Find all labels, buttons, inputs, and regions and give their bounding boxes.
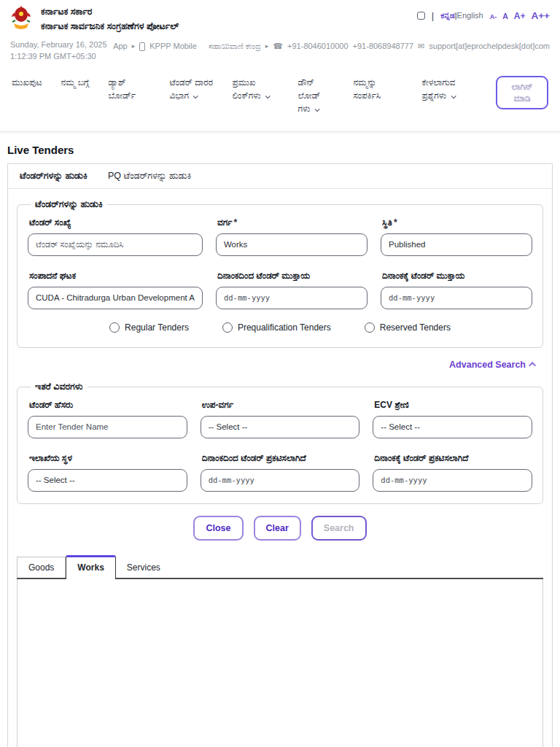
published-from-date-input[interactable] [201,469,360,492]
chevron-down-icon [193,93,198,98]
mobile-phone-icon [139,42,145,51]
tab-search-tenders[interactable]: ಟೆಂಡರ್‌ಗಳನ್ನು ಹುಡುಕಿ [20,171,88,182]
radio-prequalification-tenders[interactable]: Prequalification Tenders [222,322,331,333]
search-button[interactable]: Search [311,516,367,541]
procurement-entity-field-group: ಸಂಪಾದನೆ ಘಟಕ CUDA - Chitradurga Urban Dev… [28,265,203,309]
chevron-down-icon [265,93,271,98]
tender-number-label: ಟೆಂಡರ್ ಸಂಖ್ಯೆ [29,217,203,228]
ecv-range-label: ECV ಶ್ರೇಣಿ [374,400,532,410]
nav-item-downloads[interactable]: ಡೌನ್ ಲೋಡ್ ಗಳು [298,76,334,115]
gov-title: ಕರ್ನಾಟಕ ಸರ್ಕಾರ [41,5,179,19]
page-title: Live Tenders [7,144,553,156]
app-label: App [113,41,128,53]
nav-item-faq[interactable]: ಕೇಳಲಾಗುವ ಪ್ರಶ್ನೆಗಳು [421,76,475,102]
ecv-range-select[interactable]: -- Select -- [373,416,532,438]
closing-to-date-input[interactable] [381,287,532,309]
published-to-field-group: ದಿನಾಂಕಕ್ಕೆ ಟೆಂಡರ್ ಪ್ರಕಟಿಸಲಾಗಿದೆ [373,447,532,492]
login-button[interactable]: ಲಾಗಿನ್ ಮಾಡಿ [496,76,548,109]
status-field-group: ಸ್ಥಿತಿ* Published [381,212,532,256]
phone-icon: ☎ [273,41,283,53]
kppp-mobile-link[interactable]: KPPP Mobile [149,41,197,53]
published-from-date-label: ದಿನಾಂಕದಿಂದ ಟೆಂಡರ್ ಪ್ರಕಟಿಸಲಾಗಿದೆ [202,453,360,463]
search-tenders-fieldset: ಟೆಂಡರ್‌ಗಳನ್ನು ಹುಡುಕಿ ಟೆಂಡರ್ ಸಂಖ್ಯೆ ವರ್ಗ*… [17,199,543,348]
procurement-entity-select[interactable]: CUDA - Chitradurga Urban Development A [28,287,203,309]
header: ಕರ್ನಾಟಕ ಸರ್ಕಾರ ಕರ್ನಾಟಕ ಸಾರ್ವಜನಿಕ ಸಂಗ್ರಹಣ… [0,0,560,36]
subcategory-label: ಉಪ-ವರ್ಗ [202,400,360,410]
tender-name-field-group: ಟೆಂಡರ್ ಹೆಸರು [28,394,187,438]
font-normal-button[interactable]: A [502,12,508,20]
required-marker: * [233,217,237,228]
tab-goods[interactable]: Goods [17,557,66,578]
procurement-entity-label: ಸಂಪಾದನೆ ಘಟಕ [29,271,203,281]
nav-item-dashboard[interactable]: ಡ್ಯಾಶ್ ಬೋರ್ಡ್ [108,76,150,102]
helpline-phone-2: +91-8068948777 [353,41,414,53]
required-marker: * [394,217,397,228]
tender-name-label: ಟೆಂಡರ್ ಹೆಸರು [29,400,187,410]
category-label: ವರ್ಗ* [217,217,368,228]
chevron-down-icon [314,107,319,112]
radio-regular-tenders[interactable]: Regular Tenders [109,322,189,333]
tab-services[interactable]: Services [116,557,171,578]
dept-location-select[interactable]: -- Select -- [28,469,187,492]
closing-from-date-label: ದಿನಾಂಕದಿಂದ ಟೆಂಡರ್ ಮುಕ್ತಾಯ [217,271,368,281]
closing-to-field-group: ದಿನಾಂಕಕ್ಕೆ ಟೆಂಡರ್ ಮುಕ್ತಾಯ [381,265,532,309]
theme-toggle[interactable] [417,12,425,20]
chevron-down-icon [451,93,456,98]
results-content [17,579,543,747]
published-to-date-input[interactable] [373,469,532,492]
radio-regular-tenders-input[interactable] [109,322,120,333]
closing-from-field-group: ದಿನಾಂಕದಿಂದ ಟೆಂಡರ್ ಮುಕ್ತಾಯ [216,265,368,309]
subcategory-field-group: ಉಪ-ವರ್ಗ -- Select -- [201,394,360,438]
main-nav: ಮುಖಪುಟ ನಮ್ಮ ಬಗ್ಗೆ ಡ್ಯಾಶ್ ಬೋರ್ಡ್ ಟೆಂಡರ್ ದ… [0,67,560,132]
lang-kannada-link[interactable]: ಕನ್ನಡ [440,11,455,20]
lang-english-link[interactable]: English [457,11,483,20]
search-tab-bar: ಟೆಂಡರ್‌ಗಳನ್ನು ಹುಡುಕಿ PQ ಟೆಂಡರ್‌ಗಳನ್ನು ಹು… [8,164,552,189]
font-increase-more-button[interactable]: A++ [531,10,550,21]
closing-to-date-label: ದಿನಾಂಕಕ್ಕೆ ಟೆಂಡರ್ ಮುಕ್ತಾಯ [382,271,532,281]
result-tab-bar: Goods Works Services [17,555,543,579]
other-details-legend: ಇತರೆ ವಿವರಗಳು [31,382,88,392]
status-select[interactable]: Published [381,233,532,256]
font-decrease-button[interactable]: A- [490,13,497,20]
info-bar: Sunday, February 16, 2025 1:12:39 PM GMT… [0,36,560,67]
advanced-search-link[interactable]: Advanced Search [8,348,552,371]
nav-item-home[interactable]: ಮುಖಪುಟ [12,76,42,89]
tender-type-radio-group: Regular Tenders Prequalification Tenders… [28,322,532,333]
triangle-icon: ▸ [132,42,136,51]
tender-number-field-group: ಟೆಂಡರ್ ಸಂಖ್ಯೆ [28,212,203,256]
nav-item-about-us[interactable]: ನಮ್ಮ ಬಗ್ಗೆ [61,76,90,89]
radio-prequalification-tenders-input[interactable] [222,322,233,333]
radio-reserved-tenders-input[interactable] [365,322,375,333]
published-to-date-label: ದಿನಾಂಕಕ್ಕೆ ಟೆಂಡರ್ ಪ್ರಕಟಿಸಲಾಗಿದೆ [374,453,532,463]
email-icon: ✉ [418,41,424,53]
current-date: Sunday, February 16, 2025 [10,39,107,51]
nav-item-tenderer-section[interactable]: ಟೆಂಡರ್ ದಾರರ ವಿಭಾಗ [169,76,213,102]
results-section: Goods Works Services [17,555,543,747]
portal-title: ಕರ್ನಾಟಕ ಸಾರ್ವಜನಿಕ ಸಂಗ್ರಹಣೆಗಳ ಪೋರ್ಟಲ್ [41,20,179,34]
nav-item-contact-us[interactable]: ನಮ್ಮನ್ನು ಸಂಪರ್ಕಿಸಿ [353,76,402,102]
nav-item-important-links[interactable]: ಪ್ರಮುಖ ಲಿಂಕ್‌ಗಳು [232,76,279,102]
tab-search-pq-tenders[interactable]: PQ ಟೆಂಡರ್‌ಗಳನ್ನು ಹುಡುಕಿ [108,171,191,182]
divider: | [432,10,434,21]
closing-from-date-input[interactable] [216,287,368,309]
ecv-range-field-group: ECV ಶ್ರೇಣಿ -- Select -- [373,394,532,438]
helpline-label: ಸಹಾಯವಾಣಿ ಕೇಂದ್ರ [209,41,261,53]
other-details-fieldset: ಇತರೆ ವಿವರಗಳು ಟೆಂಡರ್ ಹೆಸರು ಉಪ-ವರ್ಗ -- Sel… [17,382,543,504]
category-field-group: ವರ್ಗ* Works [216,212,368,256]
font-increase-button[interactable]: A+ [514,11,526,21]
triangle-icon: ▸ [265,42,269,51]
clear-button[interactable]: Clear [254,516,301,541]
tender-name-input[interactable] [28,416,187,438]
tender-number-input[interactable] [28,233,203,256]
status-label: ಸ್ಥಿತಿ* [382,217,532,228]
subcategory-select[interactable]: -- Select -- [201,416,360,438]
karnataka-emblem-logo [10,5,32,34]
current-time: 1:12:39 PM GMT+05:30 [10,51,107,63]
tab-works[interactable]: Works [66,555,115,579]
search-tenders-legend: ಟೆಂಡರ್‌ಗಳನ್ನು ಹುಡುಕಿ [31,199,107,210]
chevron-up-icon [529,362,536,369]
category-select[interactable]: Works [216,233,368,256]
radio-reserved-tenders[interactable]: Reserved Tenders [365,322,451,333]
dept-location-label: ಇಲಾಖೆಯ ಸ್ಥಳ [29,453,187,463]
close-button[interactable]: Close [193,516,243,541]
